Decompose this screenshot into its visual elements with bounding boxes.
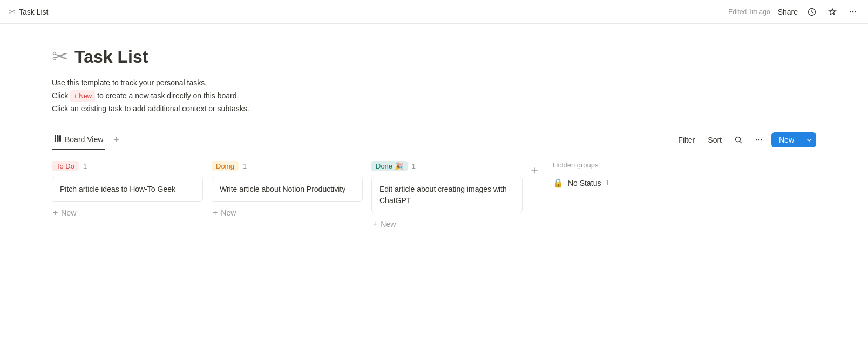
column-count-done: 1 [412, 162, 416, 170]
column-header-todo: To Do1 [52, 161, 203, 171]
sort-button[interactable]: Sort [703, 133, 726, 146]
plus-icon [530, 166, 539, 175]
svg-point-10 [761, 139, 762, 140]
column-count-todo: 1 [83, 162, 87, 170]
page-icon: ✂ [52, 45, 68, 68]
page-header: ✂ Task List [52, 45, 816, 68]
board-card[interactable]: Edit article about creating images with … [371, 177, 523, 213]
board-view-icon [54, 134, 62, 144]
add-column-button[interactable] [527, 163, 542, 178]
column-doing: Doing1Write article about Notion Product… [212, 161, 363, 219]
new-badge: + New [70, 90, 95, 102]
plus-icon: + [53, 209, 58, 217]
main-content: ✂ Task List Use this template to track y… [0, 24, 868, 252]
page-description: Use this template to track your personal… [52, 77, 816, 115]
new-button-label: New [771, 132, 802, 147]
svg-rect-6 [59, 135, 61, 142]
new-row-label: New [61, 209, 76, 217]
svg-point-2 [852, 11, 853, 12]
column-label-doing: Doing [212, 161, 239, 171]
board-view-label: Board View [65, 135, 103, 144]
description-line3: Click an existing task to add additional… [52, 103, 816, 116]
column-count-doing: 1 [243, 162, 247, 170]
plus-icon: + [372, 220, 377, 228]
more-options-button[interactable] [751, 134, 767, 146]
topbar-title: Task List [19, 8, 48, 16]
edited-text: Edited 1m ago [728, 8, 770, 16]
new-row-label: New [221, 209, 236, 217]
page-title: Task List [74, 47, 148, 67]
board-area: To Do1Pitch article ideas to How-To Geek… [52, 161, 816, 231]
column-header-done: Done 🎉1 [371, 161, 523, 171]
tab-board-view[interactable]: Board View [52, 130, 105, 150]
column-label-done: Done 🎉 [371, 161, 408, 171]
new-row-button-todo[interactable]: +New [52, 206, 203, 219]
topbar: ✂ Task List Edited 1m ago Share [0, 0, 868, 24]
hidden-groups-title: Hidden groups [551, 161, 650, 169]
chevron-down-icon [806, 137, 812, 143]
new-row-button-done[interactable]: +New [371, 218, 523, 231]
no-status-count: 1 [605, 179, 609, 187]
star-icon[interactable] [826, 5, 839, 18]
svg-point-8 [756, 139, 757, 140]
plus-icon: + [213, 209, 218, 217]
column-done: Done 🎉1Edit article about creating image… [371, 161, 523, 231]
lock-icon: 🔒 [553, 178, 564, 188]
view-tabs: Board View + [52, 130, 123, 150]
more-menu-icon[interactable] [846, 5, 859, 18]
new-row-button-doing[interactable]: +New [212, 206, 363, 219]
hidden-groups: Hidden groups 🔒 No Status 1 [542, 161, 650, 190]
search-button[interactable] [730, 134, 747, 146]
view-actions: Filter Sort New [674, 132, 816, 147]
clock-icon[interactable] [805, 5, 818, 18]
new-row-label: New [381, 220, 396, 228]
svg-point-1 [850, 11, 851, 12]
svg-point-3 [855, 11, 856, 12]
description-line1: Use this template to track your personal… [52, 77, 816, 90]
svg-point-9 [758, 139, 760, 140]
column-label-todo: To Do [52, 161, 79, 171]
column-header-doing: Doing1 [212, 161, 363, 171]
filter-button[interactable]: Filter [674, 133, 699, 146]
new-button-caret[interactable] [802, 132, 816, 147]
no-status-item[interactable]: 🔒 No Status 1 [551, 176, 650, 190]
topbar-right: Edited 1m ago Share [728, 5, 859, 18]
view-toolbar: Board View + Filter Sort New [52, 130, 816, 150]
description-line2: Click + New to create a new task directl… [52, 90, 816, 103]
share-button[interactable]: Share [778, 8, 798, 16]
svg-rect-4 [55, 135, 56, 142]
column-todo: To Do1Pitch article ideas to How-To Geek… [52, 161, 203, 219]
add-view-button[interactable]: + [110, 133, 123, 146]
board-card[interactable]: Write article about Notion Productivity [212, 177, 363, 202]
svg-rect-5 [57, 135, 59, 142]
more-dots-icon [755, 136, 763, 144]
search-icon [735, 136, 742, 144]
no-status-label: No Status [568, 179, 601, 187]
board: To Do1Pitch article ideas to How-To Geek… [52, 161, 523, 231]
app-icon: ✂ [9, 6, 16, 17]
new-button[interactable]: New [771, 132, 816, 147]
topbar-left: ✂ Task List [9, 6, 48, 17]
board-card[interactable]: Pitch article ideas to How-To Geek [52, 177, 203, 202]
